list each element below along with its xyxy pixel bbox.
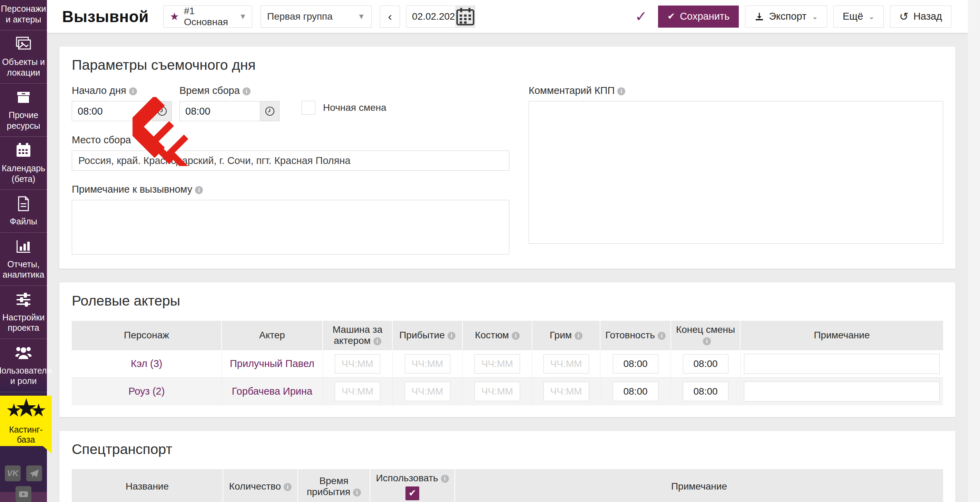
scrollbar-track[interactable] — [968, 0, 980, 502]
col-makeup: Грим — [532, 321, 600, 350]
date-input[interactable]: 02.02.2026 — [406, 6, 455, 27]
character-link[interactable]: Кэл (3) — [72, 350, 221, 378]
ready-time-input[interactable] — [613, 382, 659, 401]
info-icon — [574, 332, 582, 340]
gather-place-label: Место сбора — [72, 134, 509, 146]
kpp-comment-label: Комментарий КПП — [529, 85, 943, 96]
day-params-right: Комментарий КПП — [529, 85, 943, 257]
file-icon — [15, 195, 32, 212]
day-start-input[interactable] — [72, 102, 152, 121]
box-icon — [15, 89, 32, 106]
image-icon — [15, 36, 32, 53]
sidebar-item-label: Пользователи и роли — [0, 365, 52, 386]
casting-base-label: Кастинг-база — [0, 425, 52, 445]
chevron-down-icon: ▼ — [351, 12, 365, 21]
actor-link[interactable]: Горбачева Ирина — [221, 378, 323, 405]
chevron-down-icon: ⌄ — [812, 13, 818, 21]
topbar: Вызывной ★ #1 Основная ▼ Первая группа ▼… — [47, 0, 968, 33]
calendar-button[interactable] — [455, 6, 475, 27]
shift-end-time-input[interactable] — [683, 354, 729, 374]
actors-card: Ролевые актеры Персонаж Актер Машина за … — [59, 282, 956, 417]
sidebar-item-label: Файлы — [10, 216, 37, 227]
bar-chart-icon — [15, 238, 32, 255]
character-link[interactable]: Роуз (2) — [72, 378, 221, 405]
day-params-left: Начало дня Вре — [72, 85, 509, 257]
telegram-icon[interactable] — [26, 465, 42, 481]
arrival-time-input[interactable] — [405, 354, 450, 374]
col-costume: Костюм — [462, 321, 532, 350]
info-icon — [703, 337, 711, 345]
stars-icon: ★★★ — [5, 397, 46, 422]
info-icon — [284, 483, 291, 491]
prev-day-button[interactable]: ‹ — [380, 6, 400, 28]
more-button[interactable]: Ещё ⌄ — [834, 6, 884, 28]
costume-time-input[interactable] — [474, 382, 520, 401]
col-note: Примечание — [740, 321, 943, 350]
callsheet-note-label: Примечание к вызывному — [72, 184, 509, 195]
actor-note-input[interactable] — [744, 381, 940, 402]
info-icon — [243, 88, 251, 95]
sidebar-item-users[interactable]: Пользователи и роли — [0, 339, 47, 392]
back-button[interactable]: ↺ Назад — [890, 6, 951, 28]
sidebar-item-label: Календарь (бета) — [2, 163, 45, 184]
page-title: Вызывной — [62, 7, 149, 26]
undo-icon: ↺ — [899, 11, 908, 22]
col-qty: Количество — [223, 469, 298, 502]
sidebar-item-reports[interactable]: Отчеты, аналитика — [0, 233, 47, 286]
clock-icon — [157, 106, 167, 116]
kpp-comment-textarea[interactable] — [529, 101, 943, 244]
sidebar-item-label: Персонажи и актеры — [1, 3, 46, 24]
gather-time-field — [180, 101, 280, 121]
sidebar-item-resources[interactable]: Прочие ресурсы — [0, 84, 47, 137]
info-icon — [195, 186, 203, 194]
sidebar: Персонажи и актеры Объекты и локации Про… — [0, 0, 47, 502]
info-icon — [447, 332, 455, 340]
callsheet-note-textarea[interactable] — [72, 200, 509, 255]
col-use: Использовать — [370, 469, 455, 502]
project-select-value: #1 Основная — [184, 6, 228, 28]
sidebar-item-calendar[interactable]: Календарь (бета) — [0, 137, 47, 190]
saved-check-icon: ✓ — [635, 8, 647, 25]
shift-end-time-input[interactable] — [683, 382, 729, 401]
sidebar-item-files[interactable]: Файлы — [0, 190, 47, 233]
actor-note-input[interactable] — [744, 354, 940, 374]
costume-time-input[interactable] — [474, 354, 520, 374]
makeup-time-input[interactable] — [544, 354, 589, 374]
sidebar-item-locations[interactable]: Объекты и локации — [0, 30, 47, 84]
group-select-value: Первая группа — [267, 11, 332, 22]
sidebar-item-characters[interactable]: Персонажи и актеры — [0, 0, 47, 30]
export-button[interactable]: Экспорт ⌄ — [745, 6, 827, 28]
arrival-time-input[interactable] — [405, 382, 450, 401]
col-shift-end: Конец смены — [671, 321, 740, 350]
night-shift-label: Ночная смена — [323, 102, 387, 113]
group-select[interactable]: Первая группа ▼ — [261, 6, 372, 28]
actor-link[interactable]: Прилучный Павел — [221, 350, 323, 378]
car-time-input[interactable] — [335, 354, 380, 374]
clock-button[interactable] — [152, 102, 172, 121]
use-all-checkbox[interactable] — [406, 486, 419, 500]
chevron-down-icon: ⌄ — [869, 13, 874, 21]
makeup-time-input[interactable] — [544, 382, 589, 401]
youtube-icon[interactable] — [16, 486, 32, 502]
project-select[interactable]: ★ #1 Основная ▼ — [163, 6, 252, 28]
clock-button[interactable] — [260, 102, 279, 121]
car-time-input[interactable] — [335, 382, 380, 401]
sidebar-item-label: Прочие ресурсы — [2, 110, 45, 131]
night-shift-checkbox[interactable] — [302, 101, 315, 115]
gather-place-input[interactable] — [72, 151, 509, 171]
gather-time-input[interactable] — [180, 102, 260, 121]
transport-heading: Спецтранспорт — [72, 441, 943, 457]
save-button[interactable]: ✔ Сохранить — [658, 6, 739, 28]
info-icon — [353, 489, 361, 496]
casting-base-badge[interactable]: ★★★ Кастинг-база — [0, 396, 52, 446]
actors-heading: Ролевые актеры — [72, 293, 943, 309]
col-actor: Актер — [221, 321, 323, 350]
col-name: Название — [72, 469, 223, 502]
ready-time-input[interactable] — [613, 354, 659, 374]
chevron-down-icon: ▼ — [233, 12, 247, 21]
day-start-label: Начало дня — [72, 85, 172, 96]
vk-icon[interactable]: VK — [5, 465, 21, 481]
sidebar-item-settings[interactable]: Настройки проекта — [0, 286, 47, 339]
actors-table: Персонаж Актер Машина за актером Прибыти… — [72, 321, 943, 405]
download-icon — [754, 12, 764, 21]
